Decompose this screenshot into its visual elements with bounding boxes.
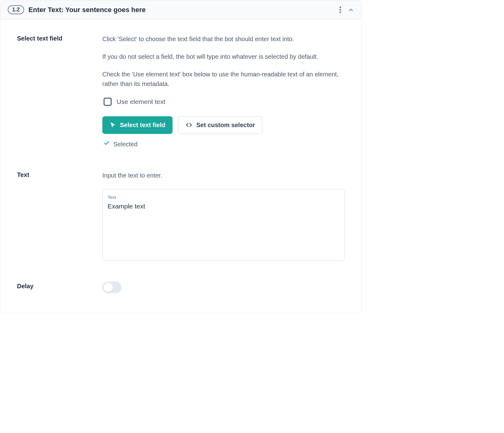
help-text-input: Input the text to enter. <box>102 171 345 180</box>
step-card: 1.2 Enter Text: Your sentence goes here … <box>0 0 362 313</box>
delay-toggle-knob <box>104 283 113 292</box>
set-custom-selector-button-label: Set custom selector <box>196 120 255 130</box>
row-select-text-field: Select text field Click 'Select' to choo… <box>17 34 345 149</box>
select-text-field-button[interactable]: Select text field <box>102 116 173 134</box>
card-title: Enter Text: Your sentence goes here <box>28 6 146 14</box>
cursor-icon <box>109 122 116 128</box>
check-icon <box>104 139 110 149</box>
content-select-text-field: Click 'Select' to choose the text field … <box>102 34 345 149</box>
row-text: Text Input the text to enter. Text <box>17 171 345 260</box>
set-custom-selector-button[interactable]: Set custom selector <box>178 116 262 134</box>
content-delay <box>102 282 345 293</box>
text-input-container[interactable]: Text <box>102 189 345 260</box>
text-input-float-label: Text <box>108 194 340 201</box>
card-body: Select text field Click 'Select' to choo… <box>0 19 361 313</box>
selected-status-text: Selected <box>113 139 138 149</box>
text-input[interactable] <box>108 202 340 253</box>
help-text-2: If you do not select a field, the bot wi… <box>102 52 345 62</box>
collapse-icon[interactable] <box>348 7 354 13</box>
delay-toggle[interactable] <box>102 281 122 293</box>
label-text: Text <box>17 171 102 178</box>
button-row: Select text field Set custom selector <box>102 116 345 134</box>
card-header-right <box>340 6 354 13</box>
checkbox-label-use-element-text: Use element text <box>117 97 165 107</box>
selected-status: Selected <box>102 139 345 149</box>
content-text: Input the text to enter. Text <box>102 171 345 260</box>
code-icon <box>185 122 193 128</box>
checkbox-row-use-element-text: Use element text <box>104 97 345 107</box>
step-badge: 1.2 <box>8 5 24 14</box>
card-header-left: 1.2 Enter Text: Your sentence goes here <box>8 5 146 14</box>
row-delay: Delay <box>17 282 345 293</box>
label-select-text-field: Select text field <box>17 34 102 42</box>
checkbox-use-element-text[interactable] <box>104 98 112 106</box>
help-text-3: Check the 'Use element text' box below t… <box>102 70 345 89</box>
help-text-1: Click 'Select' to choose the text field … <box>102 34 345 44</box>
card-header: 1.2 Enter Text: Your sentence goes here <box>0 0 361 19</box>
select-text-field-button-label: Select text field <box>120 120 165 130</box>
label-delay: Delay <box>17 282 102 290</box>
kebab-menu-icon[interactable] <box>340 6 341 13</box>
